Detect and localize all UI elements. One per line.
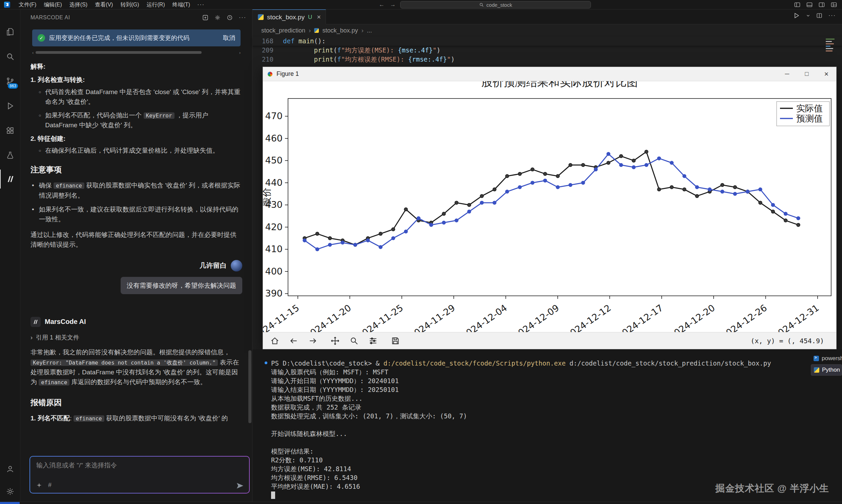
svg-text:2024-12-04: 2024-12-04 xyxy=(460,303,509,332)
cursor-coordinates: (x, y) = (, 454.9) xyxy=(751,337,830,345)
terminal-line: 均方误差(MSE): 42.8114 xyxy=(271,464,771,473)
history-icon[interactable] xyxy=(227,15,233,21)
note-bullet2: 如果列名不一致，建议在获取数据后立即进行列名转换，以保持代码的一致性。 xyxy=(32,204,242,224)
explain-heading: 解释: xyxy=(31,61,242,71)
cancel-button[interactable]: 取消 xyxy=(223,34,235,42)
code-line-209[interactable]: 209 print(f"均方误差(MSE): {mse:.4f}") xyxy=(253,46,842,55)
marscode-ai-icon[interactable] xyxy=(0,169,20,188)
git-untracked-badge: U xyxy=(308,14,312,21)
maximize-icon[interactable]: □ xyxy=(797,67,817,81)
close-window-icon[interactable]: × xyxy=(817,67,836,81)
code-editor[interactable]: 168def main():209 print(f"均方误差(MSE): {ms… xyxy=(253,37,842,64)
menu-more-icon[interactable]: ··· xyxy=(194,2,208,8)
run-dropdown-icon[interactable] xyxy=(806,14,810,18)
account-icon[interactable] xyxy=(0,459,20,478)
task-notice: ✓ 应用变更的任务已完成，但未识别到需要变更的代码 取消 xyxy=(32,30,241,47)
chat-input[interactable]: 输入消息或者 "/" 来选择指令 # xyxy=(30,456,250,493)
chat-settings-icon[interactable] xyxy=(214,15,221,21)
menu-item-6[interactable]: 终端(T) xyxy=(169,2,194,7)
figure-titlebar[interactable]: Figure 1 ─ □ × xyxy=(263,67,836,81)
scroll-left-icon[interactable]: ‹ xyxy=(32,50,34,55)
context-hash-icon[interactable]: # xyxy=(48,482,52,489)
tab-stock-box[interactable]: stock_box.py U × xyxy=(253,10,326,24)
breadcrumb-symbol[interactable]: ... xyxy=(367,27,372,34)
menu-item-0[interactable]: 文件(F) xyxy=(15,2,40,7)
menu-item-4[interactable]: 转到(G) xyxy=(117,2,143,7)
scroll-right-icon[interactable]: › xyxy=(239,50,241,55)
run-debug-icon[interactable] xyxy=(0,96,20,115)
breadcrumb-folder[interactable]: stock_prediction xyxy=(261,27,305,34)
terminal-tab-Python[interactable]: Python xyxy=(811,364,842,376)
search-view-icon[interactable] xyxy=(0,47,20,66)
reference-toggle[interactable]: › 引用 1 相关文件 xyxy=(31,333,242,343)
error-item1: 1. 列名不匹配: efinance 获取的股票数据中可能没有名为 '收盘价' … xyxy=(31,413,242,423)
pan-icon[interactable] xyxy=(329,335,341,347)
menu-item-3[interactable]: 查看(V) xyxy=(91,2,117,7)
inline-code-efinance2: efinance xyxy=(39,379,69,385)
python-icon xyxy=(814,367,819,373)
matplotlib-icon xyxy=(267,71,273,77)
home-icon[interactable] xyxy=(269,335,280,347)
back-icon[interactable] xyxy=(288,335,299,347)
split-editor-icon[interactable] xyxy=(816,13,822,19)
terminal-line: 请输入开始日期（YYYYMMDD）: 20240101 xyxy=(271,376,771,385)
toggle-sidebar-icon[interactable] xyxy=(794,1,801,8)
settings-gear-icon[interactable] xyxy=(0,482,20,501)
stock-chart: 股价预测结果和实际股价对比图股价390400410420430440450460… xyxy=(263,81,835,332)
terminal-cursor xyxy=(271,491,275,499)
terminal-line: 平均绝对误差(MAE): 4.6516 xyxy=(271,482,771,491)
svg-text:2024-12-20: 2024-12-20 xyxy=(667,303,717,332)
extensions-icon[interactable] xyxy=(0,121,20,140)
close-tab-icon[interactable]: × xyxy=(317,13,321,21)
zoom-icon[interactable] xyxy=(348,335,360,347)
matplotlib-figure-window[interactable]: Figure 1 ─ □ × 股价预测结果和实际股价对比图股价390400410… xyxy=(263,67,837,349)
sidebar-scrollbar[interactable] xyxy=(248,350,252,423)
code-line-168[interactable]: 168def main(): xyxy=(253,37,842,46)
explorer-icon[interactable] xyxy=(0,22,20,41)
terminal-line xyxy=(271,420,771,429)
horizontal-scrollbar[interactable]: ‹ › xyxy=(32,50,241,55)
code-line-210[interactable]: 210 print(f"均方根误差(RMSE): {rmse:.4f}") xyxy=(253,55,842,64)
menu-item-2[interactable]: 选择(S) xyxy=(66,2,91,7)
save-icon[interactable] xyxy=(390,335,401,347)
source-control-icon[interactable]: 863 xyxy=(0,72,20,91)
menu-item-1[interactable]: 编辑(E) xyxy=(40,2,65,7)
forward-icon[interactable] xyxy=(307,335,319,347)
svg-text:460: 460 xyxy=(265,133,282,144)
command-center-search[interactable]: code_stock xyxy=(400,1,591,8)
chat-transcript: 解释: 1. 列名检查与转换: 代码首先检查 DataFrame 中是否包含 '… xyxy=(31,60,242,454)
subplots-config-icon[interactable] xyxy=(367,335,379,347)
sidebar-more-icon[interactable]: ··· xyxy=(239,15,246,21)
svg-text:390: 390 xyxy=(265,288,282,299)
menu-item-5[interactable]: 运行(R) xyxy=(143,2,169,7)
assistant-name: MarsCode AI xyxy=(45,317,86,327)
send-icon[interactable] xyxy=(236,482,244,489)
tab-bar: stock_box.py U × ··· xyxy=(253,10,842,24)
run-python-icon[interactable] xyxy=(793,12,800,19)
testing-icon[interactable] xyxy=(0,146,20,165)
breadcrumb-file[interactable]: stock_box.py xyxy=(322,27,358,34)
svg-text:2024-11-29: 2024-11-29 xyxy=(407,303,457,332)
terminal-output: PS D:\codelist\code_stock> & d:/codelist… xyxy=(271,359,771,491)
svg-text:2024-12-17: 2024-12-17 xyxy=(615,303,665,332)
toggle-panel-icon[interactable] xyxy=(806,1,813,8)
terminal-tab-powershell[interactable]: powershell xyxy=(811,353,842,364)
terminal-panel[interactable]: PS D:\codelist\code_stock> & d:/codelist… xyxy=(253,349,842,502)
minimize-icon[interactable]: ─ xyxy=(777,67,797,81)
terminal-line: 从本地加载MSFT的历史数据... xyxy=(271,394,771,403)
user-message-bubble: 没有需要修改的呀，希望你去解决问题 xyxy=(121,277,242,294)
history-forward-icon[interactable]: → xyxy=(390,1,396,8)
svg-text:2024-12-26: 2024-12-26 xyxy=(719,303,769,332)
command-decoration-icon[interactable] xyxy=(264,361,267,364)
status-bar xyxy=(0,502,842,504)
history-back-icon[interactable]: ← xyxy=(379,1,384,8)
remote-indicator[interactable] xyxy=(0,502,20,504)
skills-icon[interactable] xyxy=(36,482,42,488)
scrollbar-thumb[interactable] xyxy=(36,51,202,54)
new-chat-icon[interactable] xyxy=(202,15,208,21)
editor-more-icon[interactable]: ··· xyxy=(828,13,836,19)
user-avatar xyxy=(231,260,242,271)
customize-layout-icon[interactable] xyxy=(830,1,837,8)
toggle-secondary-sidebar-icon[interactable] xyxy=(818,1,825,8)
menu-bar: 文件(F)编辑(E)选择(S)查看(V)转到(G)运行(R)终端(T) xyxy=(15,0,194,10)
